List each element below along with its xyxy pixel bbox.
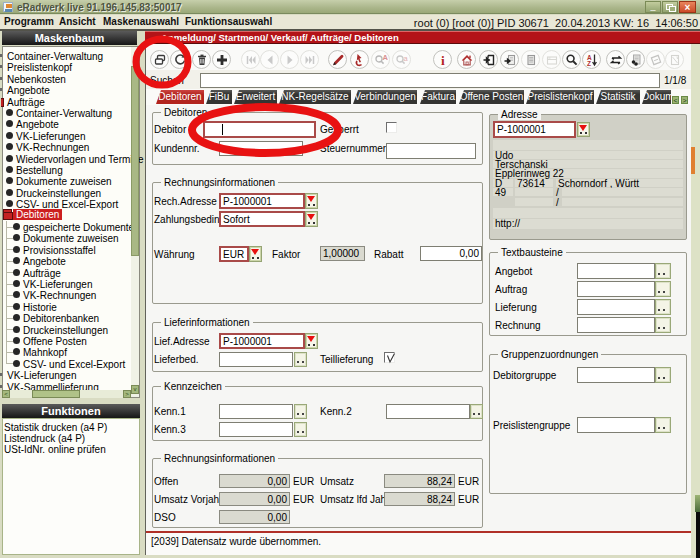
svg-text:i: i xyxy=(441,53,445,67)
svg-text:A: A xyxy=(382,53,388,62)
svg-text:Z: Z xyxy=(587,60,591,67)
svg-text:a: a xyxy=(403,54,408,63)
